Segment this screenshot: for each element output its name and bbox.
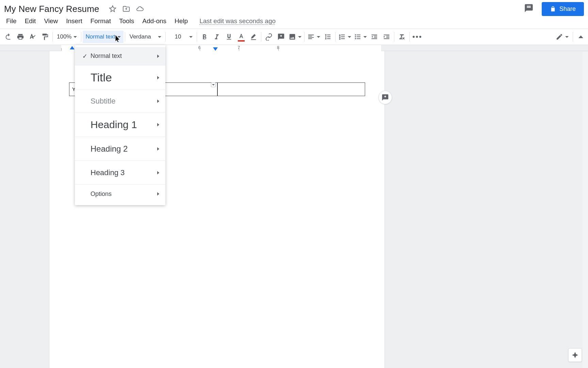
editing-mode-dropdown[interactable]	[554, 31, 570, 43]
zoom-dropdown[interactable]: 100%	[54, 31, 80, 43]
svg-point-1	[355, 36, 356, 37]
style-option-heading-1[interactable]: Heading 1	[75, 112, 165, 137]
decrease-indent-button[interactable]	[368, 31, 380, 43]
align-dropdown[interactable]	[306, 31, 322, 43]
print-button[interactable]	[14, 31, 27, 43]
style-option-normal-text[interactable]: ✓ Normal text	[75, 47, 165, 65]
title-bar: My New Fancy Resume Share	[0, 0, 588, 15]
highlight-color-button[interactable]	[247, 31, 260, 43]
star-icon[interactable]	[109, 5, 116, 13]
chevron-down-icon	[158, 36, 161, 38]
style-option-label: Heading 1	[91, 119, 157, 131]
menu-file[interactable]: File	[3, 16, 20, 26]
cell-options-handle[interactable]	[211, 82, 216, 87]
chevron-down-icon	[74, 36, 77, 38]
svg-point-2	[355, 38, 356, 40]
paragraph-styles-menu: ✓ Normal text Title Subtitle Heading 1 H…	[75, 45, 165, 205]
vertical-scrollbar[interactable]	[583, 52, 588, 368]
toolbar: 100% Normal text Verdana 10	[0, 29, 588, 45]
bulleted-list-dropdown[interactable]	[353, 31, 368, 43]
submenu-arrow-icon	[157, 76, 159, 79]
font-size-value: 10	[170, 33, 186, 41]
text-color-swatch	[238, 40, 245, 42]
ruler-tick: 7	[238, 45, 240, 50]
zoom-value: 100%	[57, 33, 71, 40]
explore-button[interactable]	[568, 348, 582, 362]
chevron-down-icon	[363, 36, 367, 38]
chevron-down-icon	[565, 36, 569, 38]
submenu-arrow-icon	[157, 99, 159, 103]
text-color-button[interactable]	[235, 31, 247, 43]
line-spacing-button[interactable]	[322, 31, 334, 43]
style-option-options[interactable]: Options	[75, 185, 165, 203]
document-title[interactable]: My New Fancy Resume	[4, 4, 99, 14]
checklist-dropdown[interactable]	[337, 31, 353, 43]
chevron-down-icon	[317, 36, 320, 38]
bold-button[interactable]	[198, 31, 211, 43]
last-edit-link[interactable]: Last edit was seconds ago	[199, 17, 276, 25]
left-indent-marker[interactable]	[213, 47, 218, 51]
mouse-cursor-icon	[113, 34, 121, 42]
font-size-control[interactable]: 10	[167, 33, 195, 41]
style-option-label: Normal text	[91, 52, 157, 60]
open-comments-icon[interactable]	[524, 3, 534, 14]
insert-image-dropdown[interactable]	[287, 31, 303, 43]
more-button[interactable]: •••	[411, 31, 423, 43]
style-option-label: Heading 2	[91, 144, 157, 154]
menu-help[interactable]: Help	[171, 16, 191, 26]
underline-button[interactable]	[223, 31, 235, 43]
menu-edit[interactable]: Edit	[21, 16, 39, 26]
paint-format-button[interactable]	[39, 31, 51, 43]
style-option-title[interactable]: Title	[75, 65, 165, 90]
lock-icon	[550, 6, 556, 12]
submenu-arrow-icon	[157, 123, 159, 126]
style-option-label: Options	[91, 190, 157, 198]
style-option-heading-2[interactable]: Heading 2	[75, 137, 165, 161]
submenu-arrow-icon	[157, 171, 159, 174]
style-value: Normal text	[85, 33, 115, 40]
menu-format[interactable]: Format	[87, 16, 114, 26]
check-icon: ✓	[82, 52, 91, 60]
style-option-subtitle[interactable]: Subtitle	[75, 90, 165, 112]
spellcheck-button[interactable]	[27, 31, 39, 43]
chevron-down-icon	[298, 36, 301, 38]
italic-button[interactable]	[211, 31, 223, 43]
collapse-toolbar-icon[interactable]	[578, 35, 583, 38]
style-option-heading-3[interactable]: Heading 3	[75, 161, 165, 185]
style-option-label: Title	[91, 71, 157, 84]
menu-bar: File Edit View Insert Format Tools Add-o…	[0, 15, 588, 29]
font-value: Verdana	[129, 33, 151, 40]
insert-link-button[interactable]	[263, 31, 275, 43]
svg-point-0	[355, 34, 356, 36]
chevron-down-icon	[189, 36, 193, 38]
share-button[interactable]: Share	[542, 2, 584, 16]
undo-button[interactable]	[2, 31, 14, 43]
submenu-arrow-icon	[157, 147, 159, 151]
clear-formatting-button[interactable]	[396, 31, 408, 43]
cloud-status-icon[interactable]	[136, 5, 144, 13]
add-comment-bubble[interactable]	[378, 91, 392, 104]
menu-tools[interactable]: Tools	[116, 16, 137, 26]
style-option-label: Heading 3	[91, 168, 157, 177]
share-label: Share	[559, 5, 576, 13]
menu-addons[interactable]: Add-ons	[139, 16, 170, 26]
first-line-indent-marker[interactable]	[70, 46, 75, 49]
menu-insert[interactable]: Insert	[63, 16, 86, 26]
add-comment-button[interactable]	[275, 31, 287, 43]
submenu-arrow-icon	[157, 55, 159, 58]
chevron-down-icon	[348, 36, 351, 38]
ruler-tick: 6	[198, 45, 201, 50]
ruler-tick: 8	[277, 45, 279, 50]
move-icon[interactable]	[122, 5, 130, 13]
font-family-dropdown[interactable]: Verdana	[127, 31, 164, 43]
style-option-label: Subtitle	[91, 97, 157, 106]
increase-indent-button[interactable]	[380, 31, 393, 43]
submenu-arrow-icon	[157, 192, 159, 196]
menu-view[interactable]: View	[40, 16, 61, 26]
